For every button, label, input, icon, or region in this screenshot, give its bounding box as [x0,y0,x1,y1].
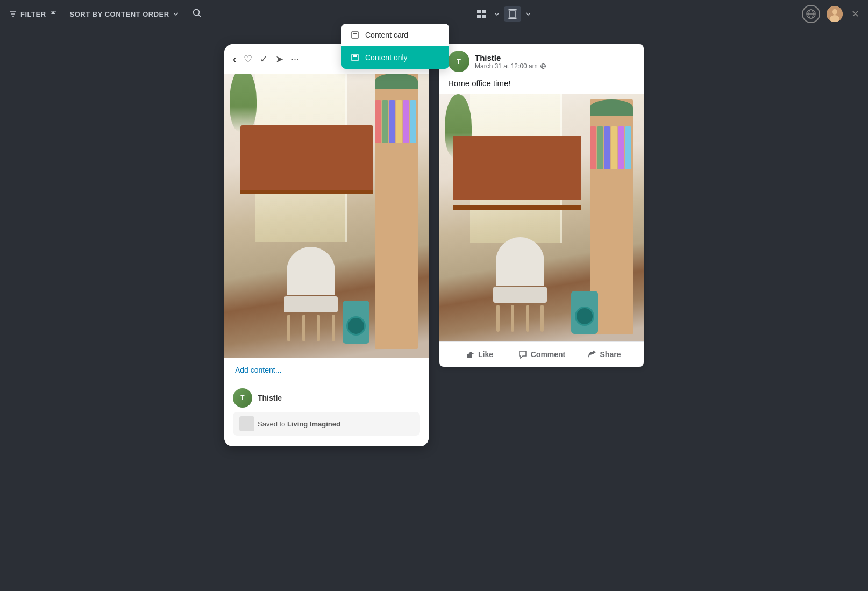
content-only-icon [350,53,360,62]
filter-icon [9,10,17,18]
social-card: T Thistle March 31 at 12:00 am Home offi… [439,44,644,367]
svg-point-17 [832,9,837,15]
grid-view-button[interactable] [473,6,490,22]
social-post-image [439,94,644,341]
close-button[interactable]: ✕ [851,8,859,20]
share-label: Share [600,350,621,359]
share-icon [587,350,597,359]
pin-user-avatar[interactable]: T [233,388,252,408]
globe-icon [806,9,816,19]
comment-button[interactable]: Comment [510,346,573,362]
svg-line-5 [198,15,201,17]
globe-button[interactable] [802,5,820,23]
layout-view-button[interactable] [504,6,521,22]
search-button[interactable] [192,8,202,20]
pin-user-info: T Thistle [233,388,420,408]
comment-label: Comment [531,350,566,359]
svg-rect-26 [352,54,358,61]
dropdown-item-content-only[interactable]: Content only [341,46,449,69]
topbar-center [202,6,802,22]
user-avatar[interactable] [827,6,843,22]
user-avatar-image [827,6,843,22]
board-thumbnail [239,416,254,431]
svg-point-4 [193,9,199,15]
pin-card: ‹ ♡ ✓ ➤ ··· Save [224,44,429,446]
topbar-left: FILTER SORT BY CONTENT ORDER [9,8,202,20]
pin-actions-left: ‹ ♡ ✓ ➤ ··· [233,53,299,65]
layout-chevron-icon [525,11,531,17]
filter-button[interactable]: FILTER [9,10,57,18]
svg-rect-6 [477,10,481,13]
saved-to-info: Saved to Living Imagined [233,412,420,436]
filter-label: FILTER [20,10,46,18]
social-post-text: Home office time! [439,79,644,94]
saved-to-text: Saved to Living Imagined [258,420,340,428]
like-label: Like [478,350,493,359]
social-user-info: Thistle March 31 at 12:00 am [475,53,635,70]
content-card-label: Content card [365,31,408,39]
svg-rect-9 [482,15,486,18]
filter-export-icon [49,10,57,18]
like-button[interactable]: Like [448,346,510,362]
pin-check-button[interactable]: ✓ [260,53,268,65]
grid-view-icon [476,9,486,19]
layout-view-icon [508,9,517,19]
comment-icon [518,350,528,359]
share-button[interactable]: Share [573,346,635,362]
grid-chevron-icon [494,11,500,17]
globe-small-icon [540,63,546,69]
pin-back-button[interactable]: ‹ [233,54,236,65]
pin-image [224,68,429,358]
svg-rect-24 [352,32,358,38]
sort-button[interactable]: SORT BY CONTENT ORDER [70,10,179,18]
social-timestamp: March 31 at 12:00 am [475,62,635,70]
svg-rect-7 [482,10,486,13]
main-content: ‹ ♡ ✓ ➤ ··· Save [0,28,868,591]
sort-label: SORT BY CONTENT ORDER [70,10,169,18]
pin-more-button[interactable]: ··· [291,54,299,65]
svg-rect-8 [477,15,481,18]
add-content-link[interactable]: Add content... [224,358,429,382]
svg-rect-3 [51,11,56,12]
pin-user-name: Thistle [258,394,282,402]
dropdown-item-content-card[interactable]: Content card [341,24,449,46]
social-username: Thistle [475,53,635,62]
topbar-right: ✕ [802,5,859,23]
sort-chevron-icon [173,11,179,17]
like-icon [465,350,475,359]
content-card-icon [350,30,360,40]
content-only-label: Content only [365,53,408,62]
pin-footer: T Thistle Saved to Living Imagined [224,382,429,446]
social-actions: Like Comment Share [439,341,644,367]
svg-rect-27 [353,55,357,57]
pin-send-button[interactable]: ➤ [275,53,283,65]
svg-rect-25 [353,33,357,34]
view-dropdown-menu: Content card Content only [341,24,449,69]
pin-heart-button[interactable]: ♡ [244,53,252,65]
social-card-header: T Thistle March 31 at 12:00 am [439,44,644,79]
social-avatar: T [448,51,469,72]
search-icon [192,8,202,18]
